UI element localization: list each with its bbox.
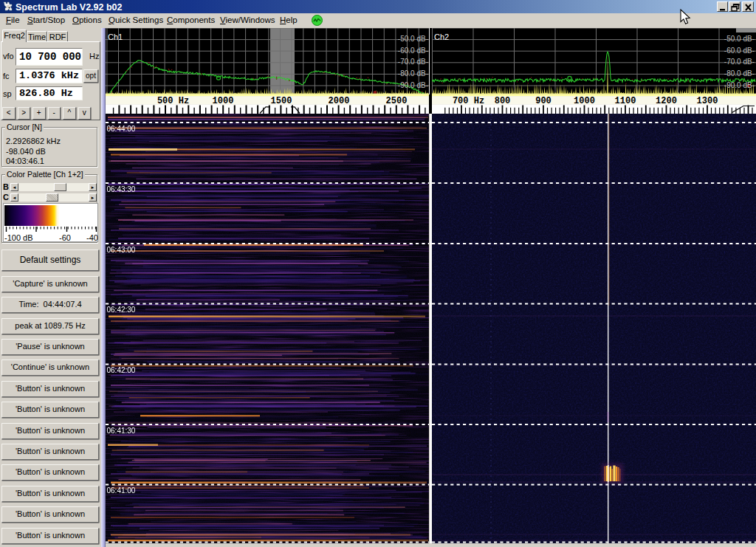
svg-text:1100: 1100 [615, 96, 636, 106]
svg-text:1200: 1200 [656, 96, 677, 106]
svg-text:-90.0 dB-: -90.0 dB- [398, 81, 428, 89]
svg-text:-70.0 dB-: -70.0 dB- [724, 58, 755, 66]
svg-text:900: 900 [535, 96, 551, 106]
svg-text:1000: 1000 [574, 96, 595, 106]
svg-text:06:42:30: 06:42:30 [107, 306, 136, 314]
svg-text:-90.0 dB-: -90.0 dB- [724, 81, 755, 89]
svg-text:2500: 2500 [386, 96, 408, 106]
svg-text:-70.0 dB-: -70.0 dB- [398, 58, 428, 66]
svg-text:-60.0 dB-: -60.0 dB- [724, 47, 755, 55]
svg-text:1000: 1000 [213, 96, 234, 106]
svg-text:06:43:00: 06:43:00 [107, 246, 136, 254]
svg-text:-50.0 dB-: -50.0 dB- [398, 35, 428, 43]
svg-text:06:43:30: 06:43:30 [107, 185, 136, 193]
svg-text:06:41:30: 06:41:30 [107, 427, 136, 435]
svg-text:06:42:00: 06:42:00 [107, 366, 136, 374]
svg-text:Ch1: Ch1 [108, 32, 123, 41]
svg-text:-60.0 dB-: -60.0 dB- [398, 47, 428, 55]
svg-text:-50.0 dB-: -50.0 dB- [724, 35, 755, 43]
svg-text:800: 800 [495, 96, 511, 106]
svg-text:700 Hz: 700 Hz [453, 96, 484, 106]
svg-text:06:44:00: 06:44:00 [107, 125, 136, 133]
svg-text:06:41:00: 06:41:00 [107, 486, 136, 495]
svg-text:1500: 1500 [271, 96, 292, 106]
svg-text:500 Hz: 500 Hz [157, 96, 189, 106]
svg-text:-80.0 dB-: -80.0 dB- [398, 69, 428, 78]
svg-text:2000: 2000 [329, 96, 350, 106]
svg-text:-80.0 dB-: -80.0 dB- [724, 69, 755, 78]
svg-text:1300: 1300 [697, 96, 718, 106]
svg-text:Ch2: Ch2 [434, 32, 449, 41]
